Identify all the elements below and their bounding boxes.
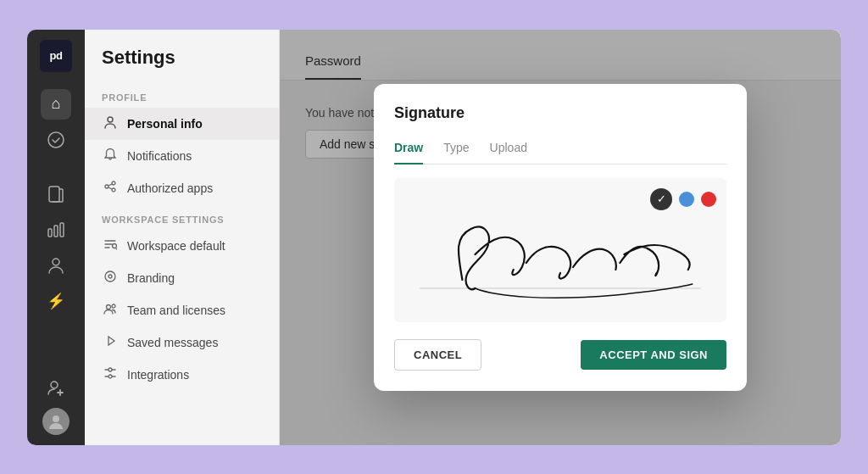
modal-tabs: Draw Type Upload xyxy=(394,136,726,165)
branding-label: Branding xyxy=(127,271,175,285)
svg-point-16 xyxy=(108,275,112,278)
authorized-apps-label: Authorized apps xyxy=(127,181,213,195)
modal-tab-draw[interactable]: Draw xyxy=(394,136,423,165)
app-container: pd ⌂ xyxy=(27,30,841,445)
modal-actions: CANCEL ACCEPT AND SIGN xyxy=(394,339,726,371)
svg-point-17 xyxy=(107,304,111,309)
svg-point-7 xyxy=(53,415,59,422)
document-icon-btn[interactable] xyxy=(41,179,71,209)
svg-rect-1 xyxy=(49,187,59,202)
signature-canvas[interactable]: ✓ xyxy=(394,178,726,322)
logo-text: pd xyxy=(50,49,63,62)
svg-rect-2 xyxy=(48,229,52,237)
svg-point-11 xyxy=(112,188,115,192)
settings-item-saved-messages[interactable]: Saved messages xyxy=(85,326,279,359)
user-icon-btn[interactable] xyxy=(41,250,71,281)
personal-info-label: Personal info xyxy=(127,117,203,131)
team-licenses-icon xyxy=(102,302,119,319)
user-avatar[interactable] xyxy=(42,408,70,435)
modal-tab-upload[interactable]: Upload xyxy=(490,136,527,165)
notifications-icon xyxy=(102,148,119,165)
modal-title: Signature xyxy=(394,104,726,122)
svg-line-13 xyxy=(108,187,112,189)
settings-title: Settings xyxy=(85,47,279,82)
svg-rect-3 xyxy=(54,226,58,237)
workspace-default-icon xyxy=(102,237,119,254)
svg-point-6 xyxy=(51,382,58,388)
bolt-icon-btn[interactable]: ⚡ xyxy=(41,286,71,316)
saved-messages-label: Saved messages xyxy=(127,336,218,349)
notifications-label: Notifications xyxy=(127,149,192,163)
settings-item-integrations[interactable]: Integrations xyxy=(85,359,279,391)
profile-section-label: PROFILE xyxy=(85,82,279,108)
blue-dot-icon[interactable] xyxy=(679,192,694,207)
svg-point-14 xyxy=(113,243,117,248)
branding-icon xyxy=(102,270,119,287)
svg-point-8 xyxy=(108,117,113,122)
check-circle-icon-btn[interactable] xyxy=(41,125,71,155)
signature-controls: ✓ xyxy=(650,188,716,210)
settings-sidebar: Settings PROFILE Personal info Notificat… xyxy=(85,30,280,445)
settings-item-team-licenses[interactable]: Team and licenses xyxy=(85,294,279,326)
settings-item-notifications[interactable]: Notifications xyxy=(85,140,279,172)
icon-sidebar: pd ⌂ xyxy=(27,30,85,445)
svg-point-10 xyxy=(112,181,115,185)
svg-point-5 xyxy=(53,259,59,265)
svg-line-12 xyxy=(108,184,112,186)
svg-point-15 xyxy=(105,271,115,282)
svg-point-18 xyxy=(112,304,115,308)
settings-item-workspace-default[interactable]: Workspace default xyxy=(85,230,279,262)
signature-modal: Signature Draw Type Upload ✓ xyxy=(374,84,747,391)
svg-rect-4 xyxy=(60,223,64,237)
main-content: Password You have not added stamps yet. … xyxy=(280,30,841,445)
modal-overlay: Signature Draw Type Upload ✓ xyxy=(280,30,841,445)
svg-point-9 xyxy=(105,185,108,188)
cancel-button[interactable]: CANCEL xyxy=(394,339,481,371)
chart-icon-btn[interactable] xyxy=(41,215,71,245)
svg-point-0 xyxy=(48,132,64,148)
modal-tab-type[interactable]: Type xyxy=(443,136,469,165)
settings-item-authorized-apps[interactable]: Authorized apps xyxy=(85,172,279,204)
integrations-icon xyxy=(102,366,119,383)
workspace-default-label: Workspace default xyxy=(127,239,225,253)
confirm-icon[interactable]: ✓ xyxy=(650,188,672,210)
workspace-section-label: WORKSPACE SETTINGS xyxy=(85,204,279,230)
integrations-label: Integrations xyxy=(127,368,189,382)
accept-sign-button[interactable]: ACCEPT AND SIGN xyxy=(581,340,726,370)
settings-item-branding[interactable]: Branding xyxy=(85,262,279,294)
saved-messages-icon xyxy=(102,334,119,351)
red-dot-icon[interactable] xyxy=(701,192,716,207)
svg-marker-19 xyxy=(108,337,114,345)
home-icon-btn[interactable]: ⌂ xyxy=(41,89,71,120)
personal-info-icon xyxy=(102,115,119,132)
add-user-icon-btn[interactable] xyxy=(41,372,71,403)
team-licenses-label: Team and licenses xyxy=(127,304,225,317)
app-logo: pd xyxy=(40,40,72,72)
authorized-apps-icon xyxy=(102,180,119,197)
settings-item-personal-info[interactable]: Personal info xyxy=(85,108,279,140)
